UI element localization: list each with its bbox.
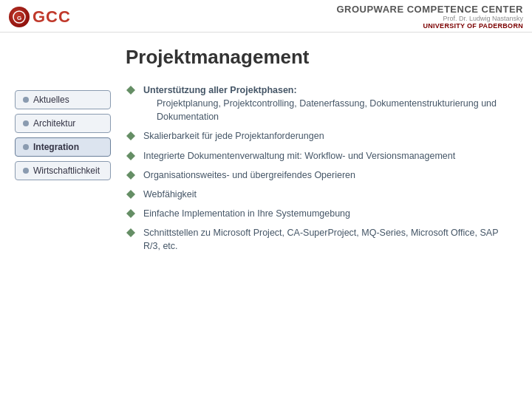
bullet-text: Schnittstellen zu Microsoft Project, CA-… [143,226,517,253]
svg-marker-5 [126,171,135,180]
bullet-diamond-icon [126,151,136,161]
list-item: Schnittstellen zu Microsoft Project, CA-… [126,226,517,253]
svg-marker-2 [126,86,135,95]
sidebar-dot-integration [23,144,29,150]
svg-marker-4 [126,151,135,160]
svg-marker-7 [126,209,135,218]
list-item: Integrierte Dokumentenverwaltung mit: Wo… [126,149,517,163]
sidebar-dot-wirtschaftlichkeit [23,168,29,174]
list-item: Einfache Implementation in Ihre Systemum… [126,207,517,220]
list-item: Webfähigkeit [126,188,517,201]
svg-marker-3 [126,132,135,140]
list-item: Skalierbarkeit für jede Projektanforderu… [126,129,517,143]
content-area: Projektmanagement Unterstützung aller Pr… [111,46,517,392]
sidebar-item-wirtschaftlichkeit[interactable]: Wirtschaftlichkeit [15,161,111,180]
sidebar-item-aktuelles[interactable]: Aktuelles [15,90,111,109]
bullet-text: Skalierbarkeit für jede Projektanforderu… [143,129,517,143]
header: G GCC Groupware Competence Center Prof. … [0,0,532,33]
gcc-logo-circle: G [9,7,30,27]
bullet-text: Integrierte Dokumentenverwaltung mit: Wo… [143,149,517,163]
sidebar-item-architektur[interactable]: Architektur [15,114,111,133]
bullet-text: Organisationsweites- und übergreifendes … [143,168,517,182]
sidebar: Aktuelles Architektur Integration Wirtsc… [15,46,111,392]
bullet-diamond-icon [126,131,136,141]
bullet-diamond-icon [126,208,136,219]
bullet-diamond-icon [126,189,136,200]
bullet-diamond-icon [126,228,136,238]
list-item: Unterstützung aller Projektphasen:Projek… [126,83,517,123]
svg-marker-6 [126,190,135,199]
list-item: Organisationsweites- und übergreifendes … [126,168,517,182]
page-title: Projektmanagement [126,46,517,69]
header-brand-title: Groupware Competence Center [336,4,523,15]
bullet-text: Webfähigkeit [143,188,517,201]
sidebar-item-integration[interactable]: Integration [15,137,111,157]
svg-marker-8 [126,228,135,237]
svg-text:G: G [17,15,21,21]
header-right: Groupware Competence Center Prof. Dr. Lu… [336,4,523,30]
main-area: Aktuelles Architektur Integration Wirtsc… [0,33,532,399]
sidebar-dot-architektur [23,120,29,126]
bullet-list: Unterstützung aller Projektphasen:Projek… [126,83,517,253]
header-professor: Prof. Dr. Ludwig Nastansky [336,15,523,22]
bullet-diamond-icon [126,170,136,180]
gcc-logo-text: GCC [33,7,71,27]
bullet-text: Einfache Implementation in Ihre Systemum… [143,207,517,220]
gcc-logo: G GCC [9,7,71,27]
sidebar-dot-aktuelles [23,97,29,103]
bullet-diamond-icon [126,85,136,95]
bullet-text: Unterstützung aller Projektphasen:Projek… [143,83,517,123]
header-university: University of Paderborn [336,22,523,30]
